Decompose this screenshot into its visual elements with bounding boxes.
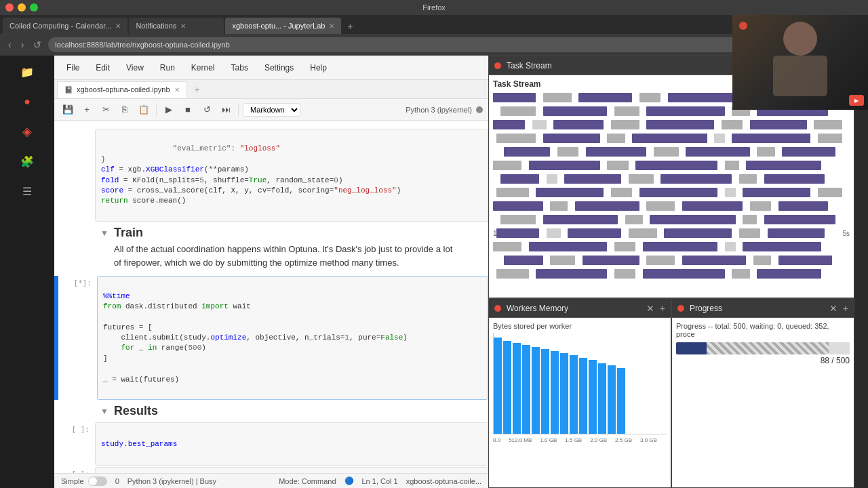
menu-help[interactable]: Help (303, 60, 334, 75)
progress-bar (676, 342, 850, 354)
menu-run[interactable]: Run (153, 60, 182, 75)
cut-button[interactable]: ✂ (98, 102, 114, 118)
bar-7 (551, 351, 559, 434)
cell-type-select[interactable]: Markdown Code Raw (243, 103, 300, 117)
jupyter-area: File Edit View Run Kernel Tabs Settings … (54, 56, 488, 488)
cell-body-top[interactable]: "eval_metric": "logloss" } clf = xgb.XGB… (95, 129, 488, 222)
train-section-header[interactable]: ▼ Train (100, 226, 488, 240)
sidebar-icon-list[interactable]: ☰ (16, 180, 38, 202)
best-params-code[interactable]: study.best_params (95, 422, 488, 466)
menu-view[interactable]: View (119, 60, 151, 75)
train-code[interactable]: %%time from dask.distributed import wait… (97, 276, 488, 400)
results-header-body: ▼ Results (95, 401, 488, 421)
best-value-code[interactable]: study.best_value (95, 467, 488, 473)
simple-label: Simple (61, 477, 84, 485)
add-cell-button[interactable]: + (79, 102, 95, 118)
train-header-body: ▼ Train All of the actual coordination h… (95, 223, 488, 274)
browser-tab-1[interactable]: Coiled Computing - Calendar... ✕ (3, 18, 127, 34)
cell-copy-btn[interactable]: ⎘ (431, 404, 437, 414)
cell-down-btn[interactable]: ↓ (447, 404, 452, 414)
forward-button[interactable]: › (18, 38, 27, 52)
new-notebook-button[interactable]: + (190, 82, 205, 97)
sidebar-icon-folder[interactable]: 📁 (16, 61, 38, 83)
workers-xaxis: 0.0 512.0 MB 1.0 GB 1.5 GB 2.0 GB 2.5 GB… (493, 437, 667, 443)
workers-memory-add[interactable]: + (660, 303, 665, 314)
best-value-body[interactable]: study.best_value (95, 467, 488, 473)
workers-memory-chart-title: Bytes stored per worker (493, 322, 667, 330)
workers-memory-close[interactable]: ✕ (646, 303, 654, 314)
new-tab-button[interactable]: + (342, 19, 357, 34)
bar-2 (503, 341, 511, 434)
window-title: Firefox (422, 3, 446, 12)
cell-save-btn[interactable]: ⬇ (454, 404, 461, 414)
status-icon: 🔵 (344, 476, 354, 485)
results-title: Results (114, 404, 158, 418)
results-arrow-icon[interactable]: ▼ (100, 407, 108, 416)
stop-button[interactable]: ■ (180, 102, 196, 118)
bar-8 (560, 353, 568, 434)
train-markdown: ▼ Train All of the actual coordination h… (95, 223, 488, 274)
restart-button[interactable]: ↺ (199, 102, 215, 118)
code-top[interactable]: "eval_metric": "logloss" } clf = xgb.XGB… (95, 129, 488, 222)
back-button[interactable]: ‹ (5, 38, 14, 52)
cell-prompt-results-h (54, 401, 95, 421)
menu-file[interactable]: File (60, 60, 86, 75)
simple-toggle[interactable]: Simple (61, 476, 107, 486)
fullscreen-button[interactable] (30, 3, 38, 12)
w-label-1: 512.0 MB (509, 437, 532, 443)
progress-close[interactable]: ✕ (829, 303, 837, 314)
sidebar-icon-circle[interactable]: ● (16, 91, 38, 113)
train-code-body[interactable]: %%time from dask.distributed import wait… (97, 276, 488, 400)
cell-merge-btn[interactable]: ⊞ (464, 404, 471, 414)
paste-button[interactable]: 📋 (136, 102, 152, 118)
recording-dot (739, 22, 747, 30)
menu-kernel[interactable]: Kernel (184, 60, 222, 75)
bar-4 (522, 345, 530, 434)
train-arrow-icon[interactable]: ▼ (100, 228, 108, 238)
menu-tabs[interactable]: Tabs (224, 60, 255, 75)
ts-row-7 (493, 173, 850, 185)
cell-best-params[interactable]: [ ]: study.best_params (54, 422, 488, 466)
cell-best-value[interactable]: [ ]: study.best_value (54, 467, 488, 473)
best-params-body[interactable]: study.best_params (95, 422, 488, 466)
tab-close-1[interactable]: ✕ (115, 22, 121, 30)
ts-row-11 (493, 227, 850, 239)
browser-tab-2[interactable]: Notifications ✕ (129, 18, 224, 34)
notebook-icon: 📓 (64, 86, 73, 94)
notebook-tab-active[interactable]: 📓 xgboost-optuna-coiled.ipynb ✕ (57, 81, 187, 98)
cell-delete-btn[interactable]: 🗑 (474, 404, 483, 414)
run-button[interactable]: ▶ (161, 102, 177, 118)
workers-memory-chart: Bytes stored per worker (489, 318, 671, 487)
branch-indicator: 0 (115, 477, 119, 485)
notebook-content[interactable]: "eval_metric": "logloss" } clf = xgb.XGB… (54, 121, 488, 473)
copy-button[interactable]: ⎘ (117, 102, 133, 118)
save-button[interactable]: 💾 (60, 102, 76, 118)
notebook-tab-close[interactable]: ✕ (174, 86, 180, 94)
main-layout: 📁 ● ◈ 🧩 ☰ File Edit View Run Kernel Tabs… (0, 56, 868, 488)
close-button[interactable] (5, 3, 14, 12)
prompt-best-params: [ ]: (54, 422, 95, 466)
cell-train-code[interactable]: [*]: %%time from dask.distributed import… (54, 276, 488, 400)
ts-row-3 (493, 119, 850, 131)
cell-up-btn[interactable]: ↑ (439, 404, 444, 414)
toggle-switch[interactable] (88, 476, 107, 486)
sidebar-icon-dask[interactable]: ◈ (16, 121, 38, 142)
w-label-0: 0.0 (493, 437, 500, 443)
separator-1 (156, 104, 157, 116)
restart-run-button[interactable]: ⏭ (218, 102, 234, 118)
browser-tab-3[interactable]: xgboost-optu... - JupyterLab ✕ (225, 18, 341, 34)
results-section-header[interactable]: ▼ Results (100, 404, 488, 418)
progress-add[interactable]: + (843, 303, 848, 314)
youtube-button[interactable]: ▶ (849, 95, 864, 106)
tab-close-3[interactable]: ✕ (329, 22, 334, 30)
progress-header: Progress ✕ + (672, 299, 854, 318)
menu-edit[interactable]: Edit (89, 60, 117, 75)
menu-settings[interactable]: Settings (258, 60, 300, 75)
tab-close-2[interactable]: ✕ (180, 22, 186, 30)
kernel-info: Python 3 (ipykernel) (406, 106, 483, 114)
refresh-button[interactable]: ↺ (31, 38, 44, 52)
toggle-knob (89, 477, 97, 485)
sidebar-icon-extensions[interactable]: 🧩 (16, 150, 38, 172)
minimize-button[interactable] (18, 3, 26, 12)
filename-status: xgboost-optuna-coile... (406, 477, 481, 485)
